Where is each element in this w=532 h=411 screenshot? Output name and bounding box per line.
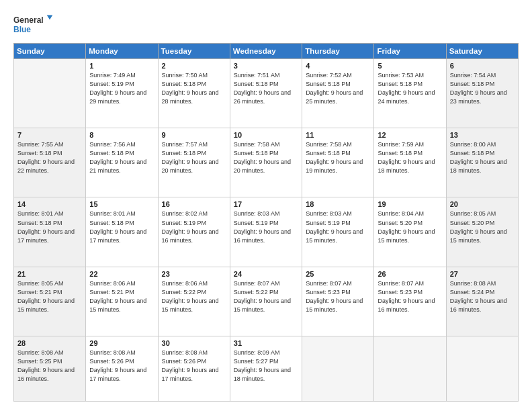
day-header-wednesday: Wednesday: [230, 44, 302, 59]
calendar-cell: 24Sunrise: 8:07 AMSunset: 5:22 PMDayligh…: [230, 267, 302, 336]
day-number: 3: [234, 62, 299, 70]
day-number: 2: [162, 62, 227, 70]
calendar-cell: 16Sunrise: 8:02 AMSunset: 5:19 PMDayligh…: [158, 197, 230, 267]
day-number: 11: [306, 131, 371, 139]
day-number: 19: [378, 200, 443, 208]
day-info: Sunrise: 8:08 AMSunset: 5:26 PMDaylight:…: [89, 349, 154, 383]
calendar-cell: 23Sunrise: 8:06 AMSunset: 5:22 PMDayligh…: [158, 267, 230, 336]
day-header-sunday: Sunday: [14, 44, 86, 59]
week-row-3: 14Sunrise: 8:01 AMSunset: 5:18 PMDayligh…: [14, 197, 519, 267]
day-number: 7: [17, 131, 83, 139]
day-info: Sunrise: 8:05 AMSunset: 5:20 PMDaylight:…: [450, 210, 515, 244]
day-info: Sunrise: 8:07 AMSunset: 5:23 PMDaylight:…: [378, 279, 443, 314]
day-info: Sunrise: 8:05 AMSunset: 5:21 PMDaylight:…: [17, 279, 83, 314]
day-number: 8: [89, 131, 154, 139]
day-number: 10: [234, 131, 299, 139]
calendar-cell: 22Sunrise: 8:06 AMSunset: 5:21 PMDayligh…: [86, 267, 158, 336]
day-number: 17: [234, 200, 299, 208]
day-number: 23: [162, 270, 227, 278]
day-number: 24: [234, 270, 299, 278]
calendar-cell: 12Sunrise: 7:59 AMSunset: 5:18 PMDayligh…: [374, 128, 446, 197]
calendar-table: SundayMondayTuesdayWednesdayThursdayFrid…: [13, 43, 519, 402]
calendar-cell: 30Sunrise: 8:08 AMSunset: 5:26 PMDayligh…: [158, 336, 230, 401]
day-info: Sunrise: 7:58 AMSunset: 5:18 PMDaylight:…: [234, 140, 299, 175]
day-info: Sunrise: 8:01 AMSunset: 5:18 PMDaylight:…: [89, 210, 154, 244]
day-header-saturday: Saturday: [446, 44, 518, 59]
week-row-2: 7Sunrise: 7:55 AMSunset: 5:18 PMDaylight…: [14, 128, 519, 197]
day-info: Sunrise: 7:51 AMSunset: 5:18 PMDaylight:…: [234, 71, 299, 106]
day-number: 26: [378, 270, 443, 278]
day-number: 5: [378, 62, 443, 70]
calendar-cell: 26Sunrise: 8:07 AMSunset: 5:23 PMDayligh…: [374, 267, 446, 336]
calendar-cell: 28Sunrise: 8:08 AMSunset: 5:25 PMDayligh…: [14, 336, 86, 401]
day-info: Sunrise: 8:09 AMSunset: 5:27 PMDaylight:…: [234, 349, 299, 383]
week-row-5: 28Sunrise: 8:08 AMSunset: 5:25 PMDayligh…: [14, 336, 519, 401]
calendar-cell: 20Sunrise: 8:05 AMSunset: 5:20 PMDayligh…: [446, 197, 518, 267]
svg-marker-2: [47, 15, 53, 19]
day-info: Sunrise: 7:49 AMSunset: 5:19 PMDaylight:…: [89, 71, 154, 106]
day-info: Sunrise: 8:06 AMSunset: 5:21 PMDaylight:…: [89, 279, 154, 314]
calendar-cell: 14Sunrise: 8:01 AMSunset: 5:18 PMDayligh…: [14, 197, 86, 267]
svg-text:Blue: Blue: [13, 25, 31, 34]
day-header-monday: Monday: [86, 44, 158, 59]
week-row-4: 21Sunrise: 8:05 AMSunset: 5:21 PMDayligh…: [14, 267, 519, 336]
day-header-tuesday: Tuesday: [158, 44, 230, 59]
day-info: Sunrise: 8:01 AMSunset: 5:18 PMDaylight:…: [17, 210, 83, 244]
calendar-cell: 8Sunrise: 7:56 AMSunset: 5:18 PMDaylight…: [86, 128, 158, 197]
calendar-cell: [446, 336, 518, 401]
day-info: Sunrise: 8:07 AMSunset: 5:22 PMDaylight:…: [234, 279, 299, 314]
calendar-cell: 7Sunrise: 7:55 AMSunset: 5:18 PMDaylight…: [14, 128, 86, 197]
calendar-cell: 4Sunrise: 7:52 AMSunset: 5:18 PMDaylight…: [302, 59, 374, 128]
day-number: 12: [378, 131, 443, 139]
calendar-cell: 25Sunrise: 8:07 AMSunset: 5:23 PMDayligh…: [302, 267, 374, 336]
calendar-page: General Blue SundayMondayTuesdayWednesda…: [0, 0, 532, 411]
day-info: Sunrise: 8:03 AMSunset: 5:19 PMDaylight:…: [306, 210, 371, 244]
day-info: Sunrise: 7:52 AMSunset: 5:18 PMDaylight:…: [306, 71, 371, 106]
day-info: Sunrise: 8:08 AMSunset: 5:24 PMDaylight:…: [450, 279, 515, 314]
day-number: 14: [17, 200, 83, 208]
day-number: 28: [17, 339, 83, 347]
day-info: Sunrise: 7:59 AMSunset: 5:18 PMDaylight:…: [378, 140, 443, 175]
day-info: Sunrise: 8:07 AMSunset: 5:23 PMDaylight:…: [306, 279, 371, 314]
day-info: Sunrise: 7:57 AMSunset: 5:18 PMDaylight:…: [162, 140, 227, 175]
calendar-header-row: SundayMondayTuesdayWednesdayThursdayFrid…: [14, 44, 519, 59]
svg-text:General: General: [13, 15, 44, 25]
day-number: 21: [17, 270, 83, 278]
calendar-cell: 11Sunrise: 7:58 AMSunset: 5:18 PMDayligh…: [302, 128, 374, 197]
day-info: Sunrise: 8:02 AMSunset: 5:19 PMDaylight:…: [162, 210, 227, 244]
calendar-cell: 5Sunrise: 7:53 AMSunset: 5:18 PMDaylight…: [374, 59, 446, 128]
day-info: Sunrise: 8:03 AMSunset: 5:19 PMDaylight:…: [234, 210, 299, 244]
day-number: 6: [450, 62, 515, 70]
calendar-cell: 3Sunrise: 7:51 AMSunset: 5:18 PMDaylight…: [230, 59, 302, 128]
calendar-cell: 15Sunrise: 8:01 AMSunset: 5:18 PMDayligh…: [86, 197, 158, 267]
day-number: 27: [450, 270, 515, 278]
calendar-cell: [302, 336, 374, 401]
day-number: 30: [162, 339, 227, 347]
day-number: 29: [89, 339, 154, 347]
calendar-cell: 31Sunrise: 8:09 AMSunset: 5:27 PMDayligh…: [230, 336, 302, 401]
day-info: Sunrise: 7:58 AMSunset: 5:18 PMDaylight:…: [306, 140, 371, 175]
day-info: Sunrise: 7:56 AMSunset: 5:18 PMDaylight:…: [89, 140, 154, 175]
day-number: 20: [450, 200, 515, 208]
calendar-cell: 17Sunrise: 8:03 AMSunset: 5:19 PMDayligh…: [230, 197, 302, 267]
calendar-cell: 29Sunrise: 8:08 AMSunset: 5:26 PMDayligh…: [86, 336, 158, 401]
day-number: 25: [306, 270, 371, 278]
calendar-cell: 21Sunrise: 8:05 AMSunset: 5:21 PMDayligh…: [14, 267, 86, 336]
calendar-cell: 13Sunrise: 8:00 AMSunset: 5:18 PMDayligh…: [446, 128, 518, 197]
calendar-cell: 19Sunrise: 8:04 AMSunset: 5:20 PMDayligh…: [374, 197, 446, 267]
calendar-cell: [14, 59, 86, 128]
day-number: 1: [89, 62, 154, 70]
day-info: Sunrise: 8:06 AMSunset: 5:22 PMDaylight:…: [162, 279, 227, 314]
day-header-friday: Friday: [374, 44, 446, 59]
day-number: 15: [89, 200, 154, 208]
calendar-cell: [374, 336, 446, 401]
day-number: 18: [306, 200, 371, 208]
calendar-cell: 6Sunrise: 7:54 AMSunset: 5:18 PMDaylight…: [446, 59, 518, 128]
day-number: 9: [162, 131, 227, 139]
day-info: Sunrise: 7:54 AMSunset: 5:18 PMDaylight:…: [450, 71, 515, 106]
calendar-cell: 27Sunrise: 8:08 AMSunset: 5:24 PMDayligh…: [446, 267, 518, 336]
day-info: Sunrise: 8:08 AMSunset: 5:26 PMDaylight:…: [162, 349, 227, 383]
day-info: Sunrise: 8:00 AMSunset: 5:18 PMDaylight:…: [450, 140, 515, 175]
day-number: 4: [306, 62, 371, 70]
calendar-cell: 18Sunrise: 8:03 AMSunset: 5:19 PMDayligh…: [302, 197, 374, 267]
